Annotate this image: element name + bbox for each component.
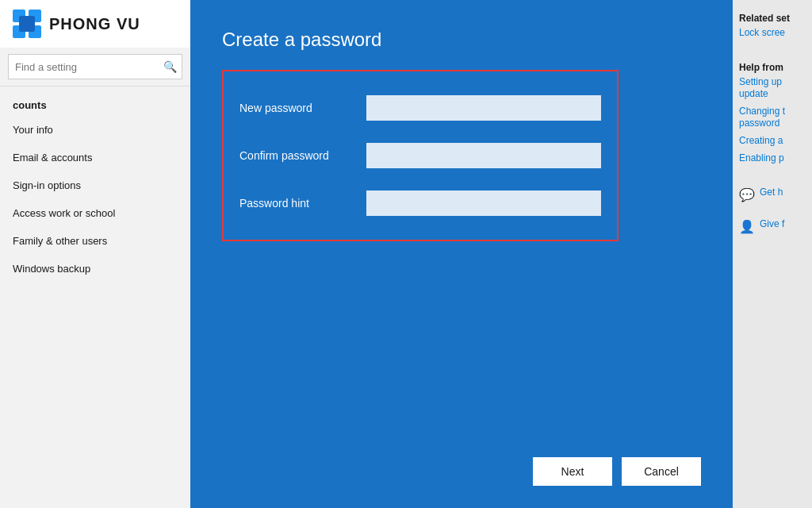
feedback-icon: 👤 — [739, 219, 755, 234]
feedback-link[interactable]: Give f — [760, 218, 784, 231]
confirm-password-label: Confirm password — [239, 149, 366, 162]
lock-screen-link[interactable]: Lock scree — [739, 27, 806, 40]
related-title: Related set — [739, 13, 806, 24]
help-section: Help from Setting up update Changing t p… — [739, 62, 806, 170]
confirm-password-row: Confirm password — [239, 132, 601, 179]
main-content: Create a password New password Confirm p… — [190, 0, 733, 508]
logo-text: PHONG VU — [49, 15, 140, 33]
logo-area: PHONG VU — [0, 0, 190, 48]
feedback-row: 👤 Give f — [739, 218, 806, 236]
svg-rect-4 — [19, 16, 35, 32]
creating-link[interactable]: Creating a — [739, 135, 806, 148]
get-help-link[interactable]: Get h — [760, 187, 783, 199]
search-icon: 🔍 — [163, 60, 177, 73]
sidebar: PHONG VU 🔍 counts Your info Email & acco… — [0, 0, 190, 508]
enabling-link[interactable]: Enabling p — [739, 152, 806, 165]
search-box: 🔍 — [8, 54, 182, 79]
search-area: 🔍 — [0, 48, 190, 87]
cancel-button[interactable]: Cancel — [622, 457, 701, 486]
sidebar-item-your-info[interactable]: Your info — [0, 116, 190, 144]
password-hint-input[interactable] — [366, 190, 601, 216]
password-hint-label: Password hint — [239, 197, 366, 210]
search-input[interactable] — [9, 58, 158, 76]
confirm-password-input[interactable] — [366, 143, 601, 168]
new-password-label: New password — [239, 102, 366, 114]
sidebar-item-family-users[interactable]: Family & other users — [0, 227, 190, 255]
dialog-title: Create a password — [222, 29, 701, 51]
new-password-input[interactable] — [366, 95, 601, 121]
nav-header: counts — [0, 87, 190, 116]
create-password-form: New password Confirm password Password h… — [222, 70, 619, 241]
setting-up-link[interactable]: Setting up update — [739, 76, 806, 101]
help-title: Help from — [739, 62, 806, 73]
next-button[interactable]: Next — [533, 457, 612, 486]
get-help-icon: 💬 — [739, 187, 755, 202]
right-panel: Related set Lock scree Help from Setting… — [733, 0, 812, 508]
sidebar-item-access-work-school[interactable]: Access work or school — [0, 199, 190, 227]
sidebar-item-windows-backup[interactable]: Windows backup — [0, 255, 190, 283]
changing-link[interactable]: Changing t password — [739, 106, 806, 130]
password-hint-row: Password hint — [239, 179, 601, 227]
sidebar-item-email-accounts[interactable]: Email & accounts — [0, 144, 190, 171]
new-password-row: New password — [239, 84, 601, 132]
related-section: Related set Lock scree — [739, 13, 806, 44]
phongvu-logo-icon — [13, 10, 41, 38]
search-button[interactable]: 🔍 — [158, 55, 182, 79]
sidebar-item-sign-in-options[interactable]: Sign-in options — [0, 171, 190, 199]
button-area: Next Cancel — [533, 457, 701, 486]
get-help-row: 💬 Get h — [739, 187, 806, 204]
